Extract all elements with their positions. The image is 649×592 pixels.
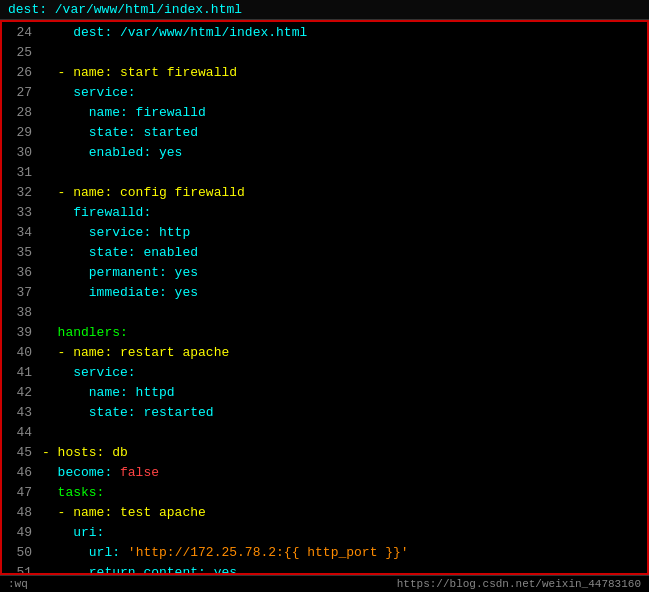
line-number: 26: [8, 63, 32, 83]
code-line: service: http: [42, 223, 647, 243]
top-bar-text: dest: /var/www/html/index.html: [8, 2, 242, 17]
code-token: dest: /var/www/html/index.html: [42, 25, 307, 40]
line-number: 33: [8, 203, 32, 223]
code-line: [42, 303, 647, 323]
line-number: 50: [8, 543, 32, 563]
code-line: become: false: [42, 463, 647, 483]
line-number: 29: [8, 123, 32, 143]
code-area: dest: /var/www/html/index.html - name: s…: [38, 22, 647, 573]
line-number: 41: [8, 363, 32, 383]
line-number: 24: [8, 23, 32, 43]
code-line: service:: [42, 363, 647, 383]
code-line: - name: start firewalld: [42, 63, 647, 83]
code-token: url:: [42, 545, 128, 560]
line-number: 43: [8, 403, 32, 423]
line-number: 34: [8, 223, 32, 243]
line-number: 49: [8, 523, 32, 543]
code-token: state: restarted: [42, 405, 214, 420]
line-number: 32: [8, 183, 32, 203]
code-line: name: httpd: [42, 383, 647, 403]
code-token: handlers:: [42, 325, 128, 340]
code-line: - name: test apache: [42, 503, 647, 523]
line-number: 31: [8, 163, 32, 183]
code-line: name: firewalld: [42, 103, 647, 123]
code-line: enabled: yes: [42, 143, 647, 163]
line-number: 37: [8, 283, 32, 303]
line-number: 30: [8, 143, 32, 163]
code-token: - name: test apache: [42, 505, 206, 520]
code-token: service:: [42, 365, 136, 380]
line-number: 45: [8, 443, 32, 463]
code-line: handlers:: [42, 323, 647, 343]
code-token: immediate: yes: [42, 285, 198, 300]
line-numbers: 2425262728293031323334353637383940414243…: [2, 22, 38, 573]
line-number: 48: [8, 503, 32, 523]
code-token: service: http: [42, 225, 190, 240]
content-area: 2425262728293031323334353637383940414243…: [0, 20, 649, 575]
code-token: service:: [42, 85, 136, 100]
code-token: - name: start firewalld: [42, 65, 237, 80]
code-line: [42, 43, 647, 63]
code-line: immediate: yes: [42, 283, 647, 303]
code-line: state: started: [42, 123, 647, 143]
code-line: - name: restart apache: [42, 343, 647, 363]
code-token: become:: [42, 465, 120, 480]
code-token: enabled: yes: [42, 145, 182, 160]
line-number: 42: [8, 383, 32, 403]
line-number: 40: [8, 343, 32, 363]
code-line: return_content: yes: [42, 563, 647, 573]
code-token: permanent: yes: [42, 265, 198, 280]
code-line: [42, 163, 647, 183]
code-token: 'http://172.25.78.2:{{ http_port }}': [128, 545, 409, 560]
code-line: uri:: [42, 523, 647, 543]
line-number: 46: [8, 463, 32, 483]
code-line: [42, 423, 647, 443]
code-line: - hosts: db: [42, 443, 647, 463]
code-line: - name: config firewalld: [42, 183, 647, 203]
code-token: state: enabled: [42, 245, 198, 260]
code-line: state: enabled: [42, 243, 647, 263]
line-number: 39: [8, 323, 32, 343]
code-line: service:: [42, 83, 647, 103]
code-token: uri:: [42, 525, 104, 540]
code-line: state: restarted: [42, 403, 647, 423]
code-token: - name: config firewalld: [42, 185, 245, 200]
command-text: :wq: [8, 578, 28, 590]
line-number: 44: [8, 423, 32, 443]
code-token: name: httpd: [42, 385, 175, 400]
line-number: 47: [8, 483, 32, 503]
editor: dest: /var/www/html/index.html 242526272…: [0, 0, 649, 592]
code-token: tasks:: [42, 485, 104, 500]
top-bar: dest: /var/www/html/index.html: [0, 0, 649, 20]
code-token: - hosts: db: [42, 445, 128, 460]
code-token: name: firewalld: [42, 105, 206, 120]
line-number: 28: [8, 103, 32, 123]
code-line: tasks:: [42, 483, 647, 503]
code-token: firewalld:: [42, 205, 151, 220]
code-line: dest: /var/www/html/index.html: [42, 23, 647, 43]
code-token: false: [120, 465, 159, 480]
url-text: https://blog.csdn.net/weixin_44783160: [397, 578, 641, 590]
line-number: 27: [8, 83, 32, 103]
code-token: return_content: yes: [42, 565, 237, 573]
code-token: - name: restart apache: [42, 345, 229, 360]
code-line: firewalld:: [42, 203, 647, 223]
code-line: url: 'http://172.25.78.2:{{ http_port }}…: [42, 543, 647, 563]
code-line: permanent: yes: [42, 263, 647, 283]
code-token: state: started: [42, 125, 198, 140]
line-number: 35: [8, 243, 32, 263]
line-number: 51: [8, 563, 32, 575]
bottom-bar: :wq https://blog.csdn.net/weixin_4478316…: [0, 575, 649, 592]
line-number: 36: [8, 263, 32, 283]
line-number: 38: [8, 303, 32, 323]
line-number: 25: [8, 43, 32, 63]
